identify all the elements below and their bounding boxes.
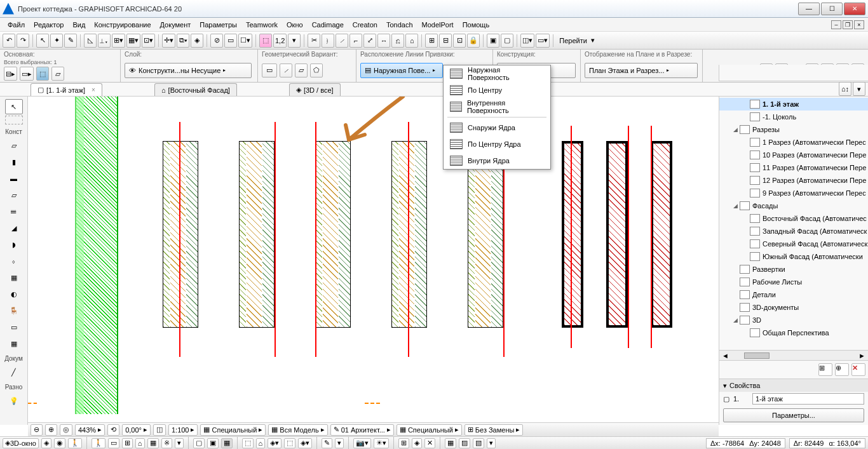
nav-item[interactable]: 9 Разрез (Автоматически Перес xyxy=(719,187,868,199)
b10[interactable]: ▦ xyxy=(221,438,233,448)
stretch-button[interactable]: ↔ xyxy=(377,34,390,48)
display-order-button[interactable]: ▣ xyxy=(487,34,499,48)
b21[interactable]: ◈ xyxy=(412,438,422,448)
geom-straight-button[interactable]: ▭ xyxy=(262,64,277,77)
line-tool[interactable]: ╱ xyxy=(5,365,23,380)
fillet-button[interactable]: ⌐ xyxy=(349,34,362,48)
snap-button[interactable]: ✛▾ xyxy=(162,34,175,48)
b14[interactable]: ⬚ xyxy=(284,438,295,448)
trace-ref-button[interactable]: ☐▾ xyxy=(238,34,252,48)
eyedropper-button[interactable]: ✎ xyxy=(64,34,77,48)
b5[interactable]: ▦ xyxy=(147,438,159,448)
popup-core-center[interactable]: По Центру Ядра xyxy=(444,136,550,152)
horizontal-scrollbar[interactable]: ◄► xyxy=(719,350,868,360)
menu-help[interactable]: Помощь xyxy=(459,20,494,30)
magic-wand-button[interactable]: ✦ xyxy=(50,34,63,48)
suspend-group-button[interactable]: ⊡ xyxy=(453,34,466,48)
arrow-tool[interactable]: ↖ xyxy=(5,99,23,114)
grid-button[interactable]: ▦▾ xyxy=(126,34,140,48)
curtain-tool[interactable]: ▦ xyxy=(5,270,23,285)
show-hide-button[interactable]: ⬚ xyxy=(259,34,272,48)
nav-item[interactable]: Детали xyxy=(719,288,868,301)
drawing-button[interactable]: ▭▾ xyxy=(536,34,550,48)
b23[interactable]: ▦ xyxy=(445,438,456,448)
undo-button[interactable]: ↶ xyxy=(3,34,15,48)
lock-button[interactable]: 🔒 xyxy=(467,34,480,48)
layers-combo[interactable]: ▦ Специальный ▸ xyxy=(200,424,266,436)
nav-item[interactable]: 10 Разрез (Автоматически Пере xyxy=(719,149,868,161)
nav-item[interactable]: ◢Разрезы xyxy=(719,123,868,136)
b17[interactable]: ▾ xyxy=(335,438,344,448)
menu-view[interactable]: Вид xyxy=(69,20,89,30)
geom-poly-button[interactable]: ⬠ xyxy=(310,64,323,77)
scale-icon[interactable]: ◫ xyxy=(153,424,166,436)
coord-button[interactable]: ⊞▾ xyxy=(112,34,125,48)
display-back-button[interactable]: ▢ xyxy=(501,34,513,48)
nav-item[interactable]: Рабочие Листы xyxy=(719,276,868,288)
b1[interactable]: 🚶 xyxy=(92,438,105,448)
menu-window[interactable]: Окно xyxy=(283,20,307,30)
b16[interactable]: ✎ xyxy=(322,438,332,448)
beam-tool[interactable]: ▬ xyxy=(5,171,23,186)
menu-modelport[interactable]: ModelPort xyxy=(418,20,458,30)
nav-item[interactable]: 12 Разрез (Автоматически Пере xyxy=(719,174,868,187)
shell-tool[interactable]: ◗ xyxy=(5,237,23,252)
doc-restore-button[interactable]: ❐ xyxy=(843,20,853,29)
scale-value[interactable]: 1:100 ▸ xyxy=(168,424,198,436)
zoom-out-button[interactable]: ⊖ xyxy=(31,424,43,436)
adjust-button[interactable]: ⟯ xyxy=(322,34,334,48)
ungroup-button[interactable]: ⊟ xyxy=(439,34,452,48)
orientation-button[interactable]: ⟲ xyxy=(107,424,119,436)
tab-elevation[interactable]: ⌂ [Восточный Фасад] xyxy=(154,83,237,96)
guides-button[interactable]: ⧉▾ xyxy=(177,34,189,48)
goto-label[interactable]: Перейти xyxy=(557,37,590,44)
b4[interactable]: ⌂ xyxy=(135,438,145,448)
b24[interactable]: ▨ xyxy=(459,438,470,448)
zoom-in-button[interactable]: ⊕ xyxy=(45,424,57,436)
morph-tool[interactable]: ◐ xyxy=(5,286,23,302)
nav-item[interactable]: 11 Разрез (Автоматически Пере xyxy=(719,161,868,174)
menu-file[interactable]: Файл xyxy=(4,20,29,30)
offset-button[interactable]: ⎌ xyxy=(391,34,404,48)
select-all-button[interactable]: ▭▸ xyxy=(20,67,34,81)
navigator-tree[interactable]: 1. 1-й этаж-1. Цоколь◢Разрезы1 Разрез (А… xyxy=(719,97,868,350)
refline-dropdown[interactable]: ▤ Наружная Пове... ▸ xyxy=(360,63,443,78)
grav-button[interactable]: ⊡▾ xyxy=(142,34,155,48)
nav-item[interactable]: Общая Перспектива xyxy=(719,326,868,339)
new-view-button[interactable]: ⊞ xyxy=(818,363,832,376)
nav-item[interactable]: Северный Фасад (Автоматическ xyxy=(719,238,868,250)
menu-construct[interactable]: Конструирование xyxy=(90,20,154,30)
nav-item[interactable]: Западный Фасад (Автоматическ xyxy=(719,225,868,238)
geom-trapez-button[interactable]: ▱ xyxy=(295,64,308,77)
popup-outer-surface[interactable]: Наружная Поверхность xyxy=(444,65,550,82)
geom-curved-button[interactable]: ⟋ xyxy=(280,64,292,77)
menu-tondach[interactable]: Tondach xyxy=(383,20,417,30)
menu-params[interactable]: Параметры xyxy=(196,20,241,30)
b26[interactable]: ▾ xyxy=(487,438,496,448)
split-button[interactable]: ✂ xyxy=(308,34,320,48)
tab-favorite-button[interactable]: ⌂↕ xyxy=(839,82,851,96)
roof-tool[interactable]: ◢ xyxy=(5,220,23,236)
nav-item[interactable]: -1. Цоколь xyxy=(719,111,868,123)
close-button[interactable]: ✕ xyxy=(844,3,865,15)
tab-floor-plan[interactable]: ▢ [1. 1-й этаж] × xyxy=(31,83,102,96)
zoom-fit-button[interactable]: ◎ xyxy=(60,424,72,436)
camera-button[interactable]: 📷▾ xyxy=(353,438,371,448)
drawing-canvas[interactable] xyxy=(28,97,719,425)
popup-core-outside[interactable]: Снаружи Ядра xyxy=(444,119,550,136)
maximize-button[interactable]: ☐ xyxy=(821,3,843,15)
model-view-combo[interactable]: ▦ Вся Модель ▸ xyxy=(268,424,327,436)
suspend-button[interactable]: ⊘ xyxy=(210,34,223,48)
group-button[interactable]: ⊞ xyxy=(425,34,438,48)
b13[interactable]: ◈▾ xyxy=(268,438,281,448)
b15[interactable]: ◈▾ xyxy=(298,438,312,448)
b7[interactable]: ▾ xyxy=(175,438,184,448)
view-3d-button[interactable]: ◈ 3D-окно xyxy=(3,438,39,448)
trace-button[interactable]: ▭ xyxy=(224,34,237,48)
props-name-input[interactable] xyxy=(752,393,864,405)
nav-item[interactable]: 1 Разрез (Автоматически Перес xyxy=(719,136,868,149)
b8[interactable]: ▢ xyxy=(193,438,205,448)
edit-plane-button[interactable]: ◈ xyxy=(191,34,203,48)
b12[interactable]: ⌂ xyxy=(256,438,266,448)
resize-button[interactable]: ⤢ xyxy=(363,34,376,48)
